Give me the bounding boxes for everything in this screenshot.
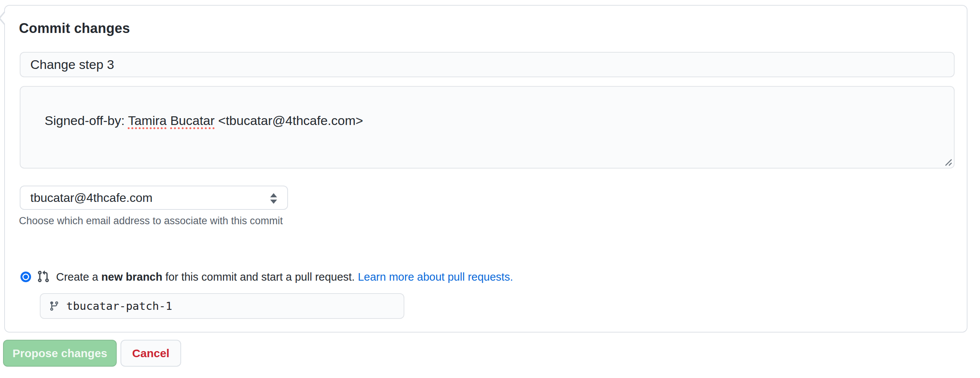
commit-subject-input[interactable] <box>20 52 955 77</box>
git-branch-icon <box>49 301 59 311</box>
branch-name-value: tbucatar-patch-1 <box>66 300 172 313</box>
branch-option-bold-text: new branch <box>101 271 162 283</box>
branch-option-text: for this commit and start a pull request… <box>162 271 358 283</box>
cancel-button[interactable]: Cancel <box>121 340 181 367</box>
new-branch-radio[interactable] <box>21 272 31 282</box>
git-pull-request-icon <box>37 270 49 283</box>
description-text-prefix: Signed-off-by: <box>45 113 128 128</box>
learn-more-link[interactable]: Learn more about pull requests. <box>358 271 513 283</box>
branch-option-text: Create a <box>56 271 101 283</box>
propose-changes-button[interactable]: Propose changes <box>3 340 117 367</box>
chevron-up-down-icon <box>268 192 279 205</box>
description-misspelled-word: Tamira <box>128 113 167 128</box>
commit-form-card: Commit changes Signed-off-by: Tamira Buc… <box>4 5 967 332</box>
commit-description-textarea[interactable]: Signed-off-by: Tamira Bucatar <tbucatar@… <box>20 86 955 168</box>
branch-option-label: Create a new branch for this commit and … <box>56 270 513 284</box>
email-select-helper: Choose which email address to associate … <box>19 215 283 227</box>
email-select-value: tbucatar@4thcafe.com <box>21 191 152 205</box>
resize-grip-icon[interactable] <box>942 156 952 166</box>
description-misspelled-word: Bucatar <box>170 113 215 128</box>
card-caret-fill <box>0 12 6 25</box>
description-text-suffix: <tbucatar@4thcafe.com> <box>215 113 363 128</box>
email-select[interactable]: tbucatar@4thcafe.com <box>20 186 288 210</box>
description-text-separator <box>167 113 170 128</box>
page-title: Commit changes <box>19 21 130 37</box>
branch-name-input[interactable]: tbucatar-patch-1 <box>40 293 404 319</box>
